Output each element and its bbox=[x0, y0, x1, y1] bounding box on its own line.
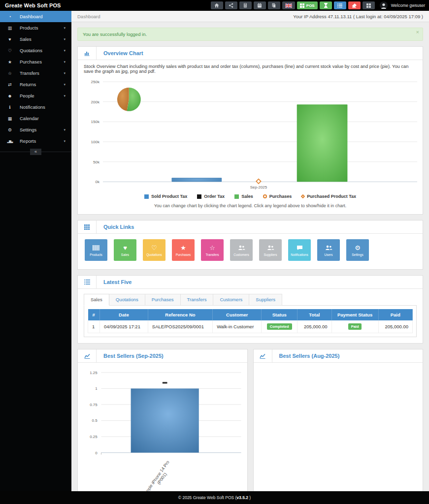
sidebar-item-reports[interactable]: ▂▆▃ Reports ▾ bbox=[0, 135, 71, 147]
info-icon: ℹ bbox=[0, 105, 20, 110]
modules-button[interactable] bbox=[363, 1, 375, 9]
best-seller-bar bbox=[131, 389, 199, 453]
sidebar-item-products[interactable]: ▥ Products ▾ bbox=[0, 22, 71, 33]
best-sellers-aug-panel: Best Sellers (Aug-2025) bbox=[253, 349, 424, 491]
legend-label: Order Tax bbox=[204, 194, 225, 199]
tab-suppliers[interactable]: Suppliers bbox=[249, 294, 282, 306]
close-icon[interactable]: × bbox=[416, 29, 419, 35]
quick-link-products[interactable]: Products bbox=[85, 239, 107, 261]
overview-description: Stock Overview Chart including monthly s… bbox=[78, 60, 423, 77]
hourglass-button[interactable] bbox=[320, 1, 332, 9]
sidebar-item-label: Reports bbox=[20, 138, 64, 144]
quick-link-suppliers[interactable]: Suppliers bbox=[259, 239, 282, 261]
share-button[interactable] bbox=[225, 1, 237, 9]
sidebar-item-label: Calendar bbox=[20, 116, 71, 121]
sales-bar bbox=[297, 104, 348, 182]
svg-text:0: 0 bbox=[95, 451, 98, 455]
calendar-button[interactable] bbox=[254, 1, 266, 9]
quick-link-notifications[interactable]: Notifications bbox=[288, 239, 311, 261]
cell-paid: 205,000.00 bbox=[378, 320, 412, 333]
sidebar-item-people[interactable]: ☻ People ▾ bbox=[0, 90, 71, 101]
sidebar-collapse-button[interactable]: « bbox=[30, 149, 41, 155]
quick-link-settings[interactable]: ⚙ Settings bbox=[346, 239, 369, 261]
quick-link-label: Sales bbox=[121, 253, 129, 256]
quick-link-purchases[interactable]: ★ Purchases bbox=[172, 239, 195, 261]
panel-header: Best Sellers (Aug-2025) bbox=[254, 349, 423, 363]
column-header: Date bbox=[99, 309, 148, 320]
documents-button[interactable] bbox=[268, 1, 280, 9]
heart-icon: ♥ bbox=[123, 244, 127, 252]
tab-customers[interactable]: Customers bbox=[213, 294, 249, 306]
sidebar-item-calendar[interactable]: ▦ Calendar bbox=[0, 113, 71, 124]
quick-link-users[interactable]: Users bbox=[317, 239, 340, 261]
eraser-button[interactable] bbox=[348, 1, 361, 9]
legend-item-order-tax[interactable]: Order Tax bbox=[197, 194, 225, 199]
quick-link-transfers[interactable]: ☆ Transfers bbox=[201, 239, 224, 261]
quick-link-label: Customers bbox=[233, 253, 249, 256]
quick-link-sales[interactable]: ♥ Sales bbox=[114, 239, 136, 261]
panel-title: Best Sellers (Aug-2025) bbox=[272, 349, 340, 362]
legend-marker bbox=[301, 194, 305, 198]
tab-sales[interactable]: Sales bbox=[84, 294, 109, 306]
y-axis-labels: 1.25 1 0.75 0.5 0.25 0 bbox=[90, 371, 98, 455]
latest-sales-table: # Date Reference No Customer Status Tota… bbox=[88, 309, 413, 333]
svg-text:0.5: 0.5 bbox=[92, 419, 98, 423]
sidebar-item-settings[interactable]: ⚙ Settings ▾ bbox=[0, 124, 71, 135]
payment-status-badge: Paid bbox=[348, 323, 362, 330]
column-header: Paid bbox=[378, 309, 412, 320]
share-icon bbox=[229, 3, 233, 8]
chevron-down-icon: ▾ bbox=[64, 49, 71, 53]
legend-label: Purchased Product Tax bbox=[307, 194, 356, 199]
sidebar-item-quotations[interactable]: ♡ Quotations ▾ bbox=[0, 45, 71, 56]
sidebar-item-label: Quotations bbox=[20, 48, 64, 53]
heart-icon: ♥ bbox=[0, 37, 20, 42]
sidebar-item-dashboard[interactable]: ◔ Dashboard bbox=[0, 11, 71, 22]
quick-link-customers[interactable]: Customers bbox=[230, 239, 253, 261]
star-icon: ★ bbox=[180, 244, 186, 252]
quick-link-label: Purchases bbox=[176, 253, 191, 256]
home-button[interactable] bbox=[211, 1, 223, 9]
legend-marker bbox=[144, 194, 149, 199]
panel-title: Quick Links bbox=[97, 220, 134, 233]
quick-link-label: Users bbox=[325, 253, 333, 256]
legend-item-sales[interactable]: Sales bbox=[234, 194, 253, 199]
sidebar-collapse-row: « bbox=[0, 152, 71, 155]
language-flag-button[interactable] bbox=[282, 1, 295, 9]
calculator-button[interactable] bbox=[239, 1, 252, 9]
tab-purchases[interactable]: Purchases bbox=[145, 294, 181, 306]
legend-marker bbox=[197, 194, 201, 199]
sidebar-item-transfers[interactable]: ☆ Transfers ▾ bbox=[0, 67, 71, 79]
pos-button[interactable]: POS bbox=[297, 1, 318, 9]
chevron-down-icon: ▾ bbox=[64, 26, 71, 30]
sidebar-item-label: Returns bbox=[20, 82, 64, 87]
sidebar-item-purchases[interactable]: ★ Purchases ▾ bbox=[0, 56, 71, 67]
sidebar-item-label: Dashboard bbox=[20, 14, 71, 19]
legend-item-purchases[interactable]: Purchases bbox=[263, 194, 292, 199]
list-button[interactable] bbox=[334, 1, 346, 9]
cell-customer: Walk-in Customer bbox=[213, 320, 262, 333]
quick-link-label: Settings bbox=[352, 253, 363, 256]
calendar-icon bbox=[257, 3, 262, 8]
cell-total: 205,000.00 bbox=[297, 320, 331, 333]
th-grid-icon bbox=[366, 3, 371, 8]
dashboard-icon: ◔ bbox=[0, 14, 20, 19]
legend-item-sold-product-tax[interactable]: Sold Product Tax bbox=[144, 194, 187, 199]
panel-title: Overview Chart bbox=[97, 47, 143, 60]
quick-link-quotations[interactable]: ♡ Quotations bbox=[143, 239, 165, 261]
grid-icon bbox=[300, 3, 304, 8]
footer-text: © 2025 Greate Web Soft POS (v3.5.2 ) bbox=[178, 495, 251, 500]
tab-quotations[interactable]: Quotations bbox=[109, 294, 145, 306]
sidebar-item-notifications[interactable]: ℹ Notifications bbox=[0, 101, 71, 113]
top-bar: Greate Web Soft POS POS Welcome gwsuser bbox=[0, 0, 429, 11]
tab-transfers[interactable]: Transfers bbox=[181, 294, 214, 306]
table-row[interactable]: 1 04/09/2025 17:21 SALE/POS2025/09/0001 … bbox=[88, 320, 413, 333]
documents-icon bbox=[271, 3, 276, 8]
legend-item-purchased-product-tax[interactable]: Purchased Product Tax bbox=[301, 194, 356, 199]
list-icon bbox=[78, 276, 97, 288]
panel-header: Overview Chart bbox=[78, 47, 423, 60]
best-sellers-chart-svg: 1.25 1 0.75 0.5 0.25 0 Apple iPhone 14 P… bbox=[80, 366, 245, 491]
sidebar-item-returns[interactable]: ⇄ Returns ▾ bbox=[0, 79, 71, 90]
avatar[interactable] bbox=[380, 1, 388, 9]
sold-product-tax-bar bbox=[171, 178, 222, 182]
sidebar-item-sales[interactable]: ♥ Sales ▾ bbox=[0, 33, 71, 45]
